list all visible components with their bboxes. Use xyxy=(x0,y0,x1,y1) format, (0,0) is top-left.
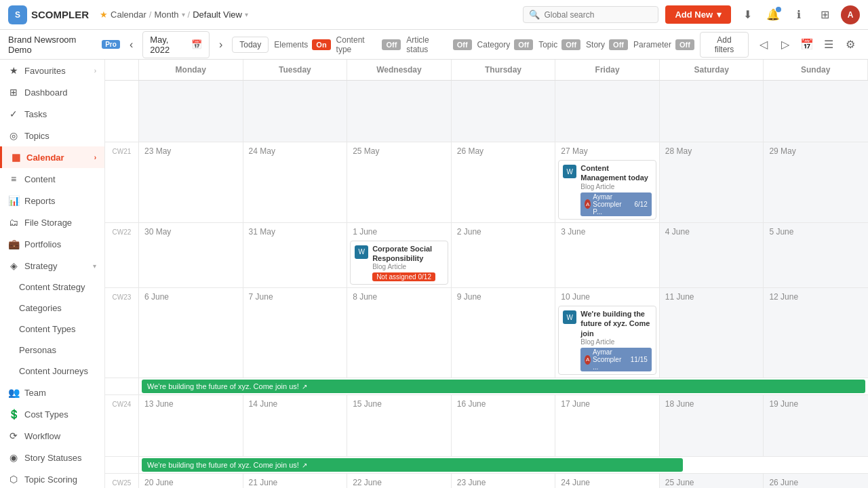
add-filters-button[interactable]: Add filters xyxy=(700,32,749,58)
calendar-view-icon[interactable]: 📅 xyxy=(797,35,816,54)
sidebar-item-topics[interactable]: ◎ Topics xyxy=(0,125,104,146)
date-label: 6 June xyxy=(142,291,240,303)
article-status-toggle[interactable]: Off xyxy=(453,39,472,50)
parameter-label: Parameter xyxy=(633,40,671,49)
help-icon[interactable]: ℹ xyxy=(789,5,808,24)
grid-icon[interactable]: ⊞ xyxy=(815,5,834,24)
search-icon: 🔍 xyxy=(529,9,540,20)
cal-row-cw24: CW24 13 June 14 June 15 June 16 June 17 … xyxy=(105,395,868,457)
elements-toggle[interactable]: On xyxy=(312,39,330,50)
sidebar-item-categories[interactable]: Categories xyxy=(0,298,104,319)
date-label: 10 June xyxy=(558,291,656,303)
event-content: Content Management today Blog Article A … xyxy=(580,163,652,216)
sidebar-item-calendar[interactable]: ▦ Calendar › xyxy=(0,146,104,168)
download-icon[interactable]: ⬇ xyxy=(738,5,757,24)
sidebar-item-content-journeys[interactable]: Content Journeys xyxy=(0,361,104,382)
search-box[interactable]: 🔍 xyxy=(523,6,658,23)
cal-cell-mon-cw24: 13 June xyxy=(139,395,243,456)
sidebar-item-content-strategy[interactable]: Content Strategy xyxy=(0,277,104,298)
event-content: Corporate Social Responsibility Blog Art… xyxy=(372,244,443,282)
thursday-header: Thursday xyxy=(452,60,556,80)
date-picker[interactable]: May, 2022 📅 xyxy=(142,31,210,58)
green-bar-row-cw24: We're building the future of xyz. Come j… xyxy=(105,457,868,474)
content-icon: ≡ xyxy=(8,174,19,184)
week-label-cw22: CW22 xyxy=(105,223,139,288)
week-label-cw21: CW21 xyxy=(105,142,139,222)
date-label: 2 June xyxy=(454,226,553,238)
date-label: 26 June xyxy=(766,476,865,488)
story-filter: Story Off xyxy=(586,39,628,50)
sidebar-item-team[interactable]: 👥 Team xyxy=(0,382,104,403)
add-new-arrow: ▾ xyxy=(717,9,722,20)
story-toggle[interactable]: Off xyxy=(609,39,628,50)
breadcrumb-calendar[interactable]: Calendar xyxy=(111,9,146,20)
notification-icon[interactable]: 🔔 xyxy=(764,5,783,24)
content-type-toggle[interactable]: Off xyxy=(382,39,401,50)
sidebar-item-workflow[interactable]: ⟳ Workflow xyxy=(0,425,104,447)
cal-cell-tue-cw24: 14 June xyxy=(243,395,348,456)
cal-cell-fri-cw21[interactable]: 27 May W Content Management today Blog A… xyxy=(555,142,660,222)
breadcrumb-view[interactable]: Default View xyxy=(193,9,242,20)
breadcrumb-month-arrow: ▾ xyxy=(182,11,185,18)
settings-view-icon[interactable]: ⚙ xyxy=(841,35,860,54)
tuesday-header: Tuesday xyxy=(243,60,348,80)
event-title: Corporate Social Responsibility xyxy=(372,244,443,264)
sidebar-item-topic-scoring[interactable]: ⬡ Topic Scoring xyxy=(0,468,104,488)
sidebar-item-file-storage[interactable]: 🗂 File Storage xyxy=(0,211,104,233)
sidebar-item-tasks[interactable]: ✓ Tasks xyxy=(0,103,104,125)
sidebar-item-cost-types[interactable]: 💲 Cost Types xyxy=(0,403,104,425)
event-corporate-social[interactable]: W Corporate Social Responsibility Blog A… xyxy=(350,241,448,285)
cal-cell-fri-cw23[interactable]: 10 June W We're building the future of x… xyxy=(555,288,660,378)
add-new-button[interactable]: Add New ▾ xyxy=(665,5,731,24)
today-button[interactable]: Today xyxy=(232,37,269,53)
sidebar-item-label: Portfolios xyxy=(24,239,61,249)
next-month-button[interactable]: › xyxy=(215,37,226,52)
green-bar-event-cw24[interactable]: We're building the future of xyz. Come j… xyxy=(142,458,683,472)
parameter-toggle[interactable]: Off xyxy=(675,39,694,50)
event-badge: A Aymar Scompler P... 6/12 xyxy=(580,192,652,216)
topics-icon: ◎ xyxy=(8,130,19,141)
breadcrumb-view-arrow: ▾ xyxy=(245,11,248,18)
cal-cell-sun-cw23: 12 June xyxy=(764,288,868,378)
prev-view-icon[interactable]: ◁ xyxy=(754,35,773,54)
date-label: 28 May xyxy=(663,145,761,157)
strategy-arrow: ▾ xyxy=(93,262,96,270)
sidebar-item-story-statuses[interactable]: ◉ Story Statuses xyxy=(0,447,104,468)
search-input[interactable] xyxy=(544,10,652,20)
avatar-sm: A xyxy=(585,199,591,209)
topic-toggle[interactable]: Off xyxy=(561,39,580,50)
sidebar-item-favourites[interactable]: ★ Favourites › xyxy=(0,60,104,81)
cal-cell-thu-cw22: 2 June xyxy=(452,223,556,288)
green-bar-event-cw23[interactable]: We're building the future of xyz. Come j… xyxy=(142,380,865,393)
cal-cell-mon-cw23: 6 June xyxy=(139,288,243,378)
date-label: 25 June xyxy=(663,476,761,488)
sidebar-item-content[interactable]: ≡ Content xyxy=(0,168,104,190)
sidebar-item-content-types[interactable]: Content Types xyxy=(0,319,104,340)
cal-cell-wed-cw22[interactable]: 1 June W Corporate Social Responsibility… xyxy=(347,223,452,288)
sidebar-item-strategy[interactable]: ◈ Strategy ▾ xyxy=(0,255,104,277)
date-label: 13 June xyxy=(142,398,240,410)
list-view-icon[interactable]: ☰ xyxy=(819,35,838,54)
badge-text: Aymar Scompler P... xyxy=(593,193,632,216)
topic-scoring-icon: ⬡ xyxy=(8,474,19,485)
view-icons: ◁ ▷ 📅 ☰ ⚙ xyxy=(754,35,860,54)
sidebar-item-portfolios[interactable]: 💼 Portfolios xyxy=(0,233,104,255)
next-view-icon[interactable]: ▷ xyxy=(776,35,795,54)
breadcrumb-month[interactable]: Month xyxy=(154,9,178,20)
avatar[interactable]: A xyxy=(841,5,860,24)
cal-cell-thu-cw21: 26 May xyxy=(452,142,556,222)
category-toggle[interactable]: Off xyxy=(514,39,533,50)
event-content-management[interactable]: W Content Management today Blog Article … xyxy=(558,160,656,220)
event-building-future[interactable]: W We're building the future of xyz. Come… xyxy=(558,306,656,375)
green-bar-row-cw23: We're building the future of xyz. Come j… xyxy=(105,378,868,395)
prev-month-button[interactable]: ‹ xyxy=(125,37,137,52)
sidebar-item-personas[interactable]: Personas xyxy=(0,340,104,361)
notification-badge xyxy=(776,7,781,12)
article-status-filter: Article status Off xyxy=(406,35,471,54)
sidebar-item-dashboard[interactable]: ⊞ Dashboard xyxy=(0,81,104,103)
cal-cell-thu-cw23: 9 June xyxy=(452,288,556,378)
event-badge: A Aymar Scompler ... 11/15 xyxy=(580,348,652,371)
date-label: 7 June xyxy=(246,291,344,303)
sidebar-item-reports[interactable]: 📊 Reports xyxy=(0,190,104,211)
cal-cell xyxy=(139,81,243,142)
